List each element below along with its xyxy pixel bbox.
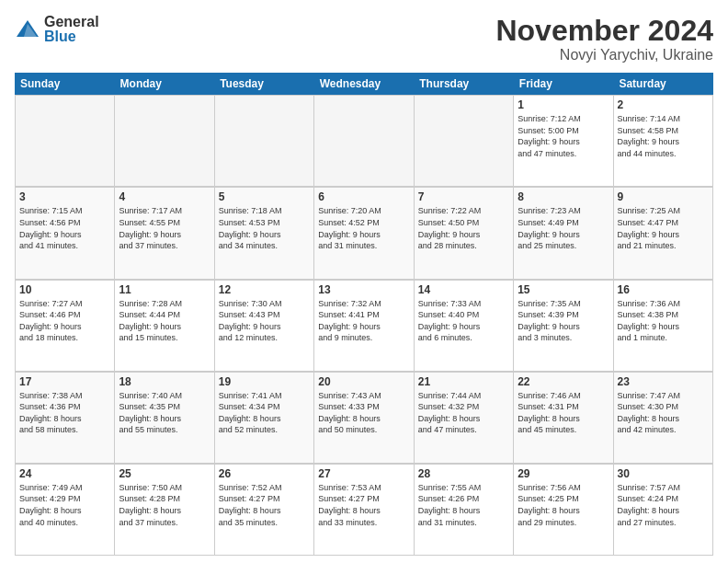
logo-blue: Blue [44, 29, 99, 44]
day-info: Sunrise: 7:27 AM Sunset: 4:46 PM Dayligh… [19, 298, 110, 344]
day-info: Sunrise: 7:28 AM Sunset: 4:44 PM Dayligh… [119, 298, 210, 344]
day-info: Sunrise: 7:47 AM Sunset: 4:30 PM Dayligh… [618, 390, 709, 436]
calendar-cell: 4Sunrise: 7:17 AM Sunset: 4:55 PM Daylig… [115, 188, 214, 279]
day-number: 29 [518, 467, 609, 480]
day-number: 1 [518, 98, 609, 111]
day-number: 7 [418, 190, 509, 203]
calendar-header-day-friday: Friday [514, 73, 614, 95]
calendar-cell: 13Sunrise: 7:32 AM Sunset: 4:41 PM Dayli… [314, 281, 414, 372]
day-number: 30 [618, 467, 709, 480]
calendar-cell: 5Sunrise: 7:18 AM Sunset: 4:53 PM Daylig… [215, 188, 314, 279]
calendar-week-4: 17Sunrise: 7:38 AM Sunset: 4:36 PM Dayli… [15, 372, 713, 464]
calendar-week-3: 10Sunrise: 7:27 AM Sunset: 4:46 PM Dayli… [15, 280, 713, 372]
day-info: Sunrise: 7:56 AM Sunset: 4:25 PM Dayligh… [518, 482, 609, 528]
day-number: 5 [219, 190, 310, 203]
page: General Blue November 2024 Novyi Yarychi… [0, 0, 728, 563]
day-info: Sunrise: 7:43 AM Sunset: 4:33 PM Dayligh… [318, 390, 409, 436]
calendar-cell: 8Sunrise: 7:23 AM Sunset: 4:49 PM Daylig… [514, 188, 613, 279]
header: General Blue November 2024 Novyi Yarychi… [15, 15, 713, 63]
day-info: Sunrise: 7:23 AM Sunset: 4:49 PM Dayligh… [518, 205, 609, 251]
calendar-body: 1Sunrise: 7:12 AM Sunset: 5:00 PM Daylig… [15, 95, 713, 556]
calendar-cell: 29Sunrise: 7:56 AM Sunset: 4:25 PM Dayli… [514, 465, 613, 556]
calendar-cell: 12Sunrise: 7:30 AM Sunset: 4:43 PM Dayli… [215, 281, 314, 372]
day-info: Sunrise: 7:53 AM Sunset: 4:27 PM Dayligh… [318, 482, 409, 528]
day-number: 19 [219, 375, 310, 388]
day-info: Sunrise: 7:12 AM Sunset: 5:00 PM Dayligh… [518, 113, 609, 159]
calendar-cell: 1Sunrise: 7:12 AM Sunset: 5:00 PM Daylig… [514, 96, 613, 187]
day-info: Sunrise: 7:20 AM Sunset: 4:52 PM Dayligh… [318, 205, 409, 251]
calendar-header-day-thursday: Thursday [414, 73, 514, 95]
day-info: Sunrise: 7:52 AM Sunset: 4:27 PM Dayligh… [219, 482, 310, 528]
day-number: 14 [418, 283, 509, 296]
day-info: Sunrise: 7:25 AM Sunset: 4:47 PM Dayligh… [618, 205, 709, 251]
calendar-cell: 3Sunrise: 7:15 AM Sunset: 4:56 PM Daylig… [16, 188, 115, 279]
calendar-cell: 27Sunrise: 7:53 AM Sunset: 4:27 PM Dayli… [314, 465, 414, 556]
day-number: 17 [19, 375, 110, 388]
calendar-cell [16, 96, 115, 187]
calendar-cell: 6Sunrise: 7:20 AM Sunset: 4:52 PM Daylig… [314, 188, 414, 279]
day-number: 4 [119, 190, 210, 203]
logo-icon [15, 17, 40, 42]
day-info: Sunrise: 7:49 AM Sunset: 4:29 PM Dayligh… [19, 482, 110, 528]
day-info: Sunrise: 7:50 AM Sunset: 4:28 PM Dayligh… [119, 482, 210, 528]
day-number: 9 [618, 190, 709, 203]
calendar-week-1: 1Sunrise: 7:12 AM Sunset: 5:00 PM Daylig… [15, 95, 713, 187]
calendar-cell [415, 96, 514, 187]
calendar-cell: 16Sunrise: 7:36 AM Sunset: 4:38 PM Dayli… [614, 281, 713, 372]
day-number: 20 [318, 375, 409, 388]
day-number: 8 [518, 190, 609, 203]
calendar-cell: 28Sunrise: 7:55 AM Sunset: 4:26 PM Dayli… [415, 465, 514, 556]
day-number: 22 [518, 375, 609, 388]
calendar-cell [215, 96, 314, 187]
day-number: 21 [418, 375, 509, 388]
day-number: 18 [119, 375, 210, 388]
day-number: 11 [119, 283, 210, 296]
calendar-header-day-monday: Monday [115, 73, 215, 95]
calendar-cell: 30Sunrise: 7:57 AM Sunset: 4:24 PM Dayli… [614, 465, 713, 556]
calendar-week-5: 24Sunrise: 7:49 AM Sunset: 4:29 PM Dayli… [15, 464, 713, 556]
logo-text: General Blue [44, 15, 99, 44]
calendar-cell: 25Sunrise: 7:50 AM Sunset: 4:28 PM Dayli… [115, 465, 214, 556]
day-info: Sunrise: 7:46 AM Sunset: 4:31 PM Dayligh… [518, 390, 609, 436]
calendar-cell: 23Sunrise: 7:47 AM Sunset: 4:30 PM Dayli… [614, 373, 713, 464]
day-info: Sunrise: 7:55 AM Sunset: 4:26 PM Dayligh… [418, 482, 509, 528]
calendar-header: SundayMondayTuesdayWednesdayThursdayFrid… [15, 73, 713, 95]
day-number: 2 [618, 98, 709, 111]
day-info: Sunrise: 7:41 AM Sunset: 4:34 PM Dayligh… [219, 390, 310, 436]
title-block: November 2024 Novyi Yarychiv, Ukraine [495, 15, 713, 63]
day-number: 13 [318, 283, 409, 296]
calendar-cell: 14Sunrise: 7:33 AM Sunset: 4:40 PM Dayli… [415, 281, 514, 372]
logo: General Blue [15, 15, 99, 44]
month-title: November 2024 [495, 15, 713, 47]
calendar-cell: 26Sunrise: 7:52 AM Sunset: 4:27 PM Dayli… [215, 465, 314, 556]
calendar-cell: 17Sunrise: 7:38 AM Sunset: 4:36 PM Dayli… [16, 373, 115, 464]
day-info: Sunrise: 7:44 AM Sunset: 4:32 PM Dayligh… [418, 390, 509, 436]
day-number: 27 [318, 467, 409, 480]
day-number: 6 [318, 190, 409, 203]
calendar-cell: 7Sunrise: 7:22 AM Sunset: 4:50 PM Daylig… [415, 188, 514, 279]
calendar-cell: 15Sunrise: 7:35 AM Sunset: 4:39 PM Dayli… [514, 281, 613, 372]
calendar-cell: 11Sunrise: 7:28 AM Sunset: 4:44 PM Dayli… [115, 281, 214, 372]
day-number: 10 [19, 283, 110, 296]
calendar-cell: 20Sunrise: 7:43 AM Sunset: 4:33 PM Dayli… [314, 373, 414, 464]
day-info: Sunrise: 7:57 AM Sunset: 4:24 PM Dayligh… [618, 482, 709, 528]
day-info: Sunrise: 7:15 AM Sunset: 4:56 PM Dayligh… [19, 205, 110, 251]
calendar-cell: 21Sunrise: 7:44 AM Sunset: 4:32 PM Dayli… [415, 373, 514, 464]
calendar-cell: 2Sunrise: 7:14 AM Sunset: 4:58 PM Daylig… [614, 96, 713, 187]
day-info: Sunrise: 7:32 AM Sunset: 4:41 PM Dayligh… [318, 298, 409, 344]
day-number: 15 [518, 283, 609, 296]
day-info: Sunrise: 7:40 AM Sunset: 4:35 PM Dayligh… [119, 390, 210, 436]
calendar-cell: 22Sunrise: 7:46 AM Sunset: 4:31 PM Dayli… [514, 373, 613, 464]
day-info: Sunrise: 7:35 AM Sunset: 4:39 PM Dayligh… [518, 298, 609, 344]
calendar-cell [314, 96, 414, 187]
calendar: SundayMondayTuesdayWednesdayThursdayFrid… [15, 73, 713, 556]
calendar-week-2: 3Sunrise: 7:15 AM Sunset: 4:56 PM Daylig… [15, 187, 713, 279]
day-info: Sunrise: 7:38 AM Sunset: 4:36 PM Dayligh… [19, 390, 110, 436]
day-number: 25 [119, 467, 210, 480]
day-info: Sunrise: 7:30 AM Sunset: 4:43 PM Dayligh… [219, 298, 310, 344]
day-number: 12 [219, 283, 310, 296]
day-number: 16 [618, 283, 709, 296]
calendar-header-day-tuesday: Tuesday [214, 73, 314, 95]
day-info: Sunrise: 7:22 AM Sunset: 4:50 PM Dayligh… [418, 205, 509, 251]
day-info: Sunrise: 7:14 AM Sunset: 4:58 PM Dayligh… [618, 113, 709, 159]
